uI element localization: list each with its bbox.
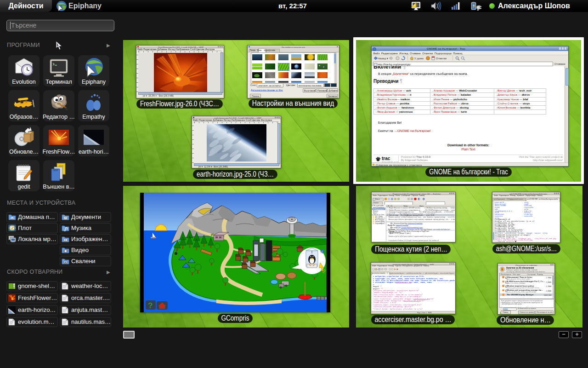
svg-text:?: ? xyxy=(148,301,153,310)
